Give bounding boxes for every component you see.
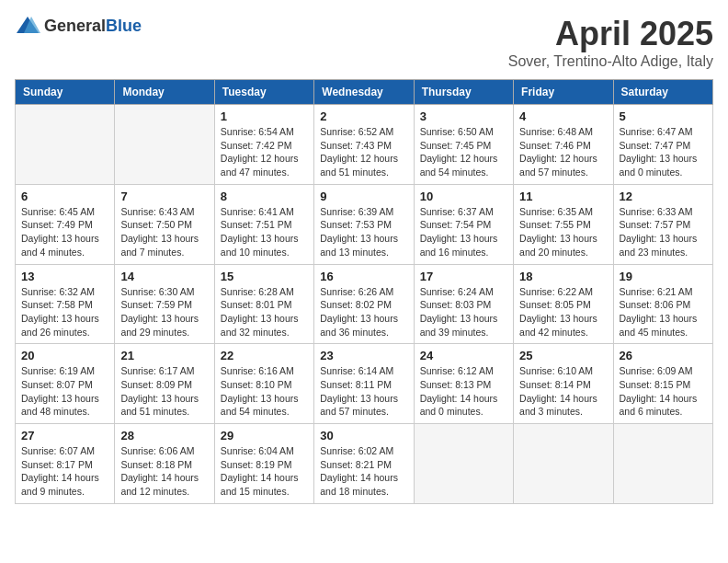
calendar-cell: 18 Sunrise: 6:22 AM Sunset: 8:05 PM Dayl… xyxy=(514,264,613,344)
calendar-cell: 7 Sunrise: 6:43 AM Sunset: 7:50 PM Dayli… xyxy=(115,184,214,264)
day-info: Sunrise: 6:41 AM Sunset: 7:51 PM Dayligh… xyxy=(221,205,308,259)
day-number: 29 xyxy=(221,429,308,442)
calendar-cell: 23 Sunrise: 6:14 AM Sunset: 8:11 PM Dayl… xyxy=(314,344,414,424)
day-info: Sunrise: 6:37 AM Sunset: 7:54 PM Dayligh… xyxy=(420,205,507,259)
week-row-2: 6 Sunrise: 6:45 AM Sunset: 7:49 PM Dayli… xyxy=(16,184,713,264)
calendar-cell: 24 Sunrise: 6:12 AM Sunset: 8:13 PM Dayl… xyxy=(414,344,513,424)
day-info: Sunrise: 6:17 AM Sunset: 8:09 PM Dayligh… xyxy=(120,364,208,419)
weekday-header-monday: Monday xyxy=(115,80,214,105)
day-number: 14 xyxy=(120,270,208,283)
day-number: 25 xyxy=(519,349,607,362)
logo-general: General xyxy=(44,17,106,35)
day-info: Sunrise: 6:39 AM Sunset: 7:53 PM Dayligh… xyxy=(320,205,407,259)
calendar-cell xyxy=(514,424,613,504)
day-info: Sunrise: 6:33 AM Sunset: 7:57 PM Dayligh… xyxy=(620,205,707,259)
logo: GeneralBlue xyxy=(15,15,142,37)
day-info: Sunrise: 6:54 AM Sunset: 7:42 PM Dayligh… xyxy=(221,125,308,179)
day-number: 2 xyxy=(320,109,407,123)
day-info: Sunrise: 6:02 AM Sunset: 8:21 PM Dayligh… xyxy=(320,444,407,499)
day-info: Sunrise: 6:07 AM Sunset: 8:17 PM Dayligh… xyxy=(21,444,108,499)
weekday-header-sunday: Sunday xyxy=(16,80,115,105)
day-info: Sunrise: 6:50 AM Sunset: 7:45 PM Dayligh… xyxy=(420,125,507,179)
calendar-cell: 16 Sunrise: 6:26 AM Sunset: 8:02 PM Dayl… xyxy=(314,264,414,344)
calendar-cell: 2 Sunrise: 6:52 AM Sunset: 7:43 PM Dayli… xyxy=(314,105,414,185)
day-number: 5 xyxy=(620,109,707,123)
calendar-cell: 4 Sunrise: 6:48 AM Sunset: 7:46 PM Dayli… xyxy=(514,105,613,185)
day-number: 7 xyxy=(120,190,208,203)
calendar-cell: 25 Sunrise: 6:10 AM Sunset: 8:14 PM Dayl… xyxy=(514,344,613,424)
calendar-cell: 6 Sunrise: 6:45 AM Sunset: 7:49 PM Dayli… xyxy=(16,184,115,264)
day-info: Sunrise: 6:45 AM Sunset: 7:49 PM Dayligh… xyxy=(21,205,108,259)
day-number: 21 xyxy=(120,349,208,362)
day-info: Sunrise: 6:32 AM Sunset: 7:58 PM Dayligh… xyxy=(21,285,108,339)
day-info: Sunrise: 6:28 AM Sunset: 8:01 PM Dayligh… xyxy=(221,285,308,339)
calendar-cell xyxy=(16,105,115,185)
day-number: 13 xyxy=(21,270,108,283)
weekday-header-friday: Friday xyxy=(514,80,613,105)
calendar-cell: 28 Sunrise: 6:06 AM Sunset: 8:18 PM Dayl… xyxy=(115,424,214,504)
day-number: 30 xyxy=(320,429,407,442)
day-info: Sunrise: 6:06 AM Sunset: 8:18 PM Dayligh… xyxy=(120,444,208,499)
day-info: Sunrise: 6:10 AM Sunset: 8:14 PM Dayligh… xyxy=(519,364,607,419)
calendar-cell: 13 Sunrise: 6:32 AM Sunset: 7:58 PM Dayl… xyxy=(16,264,115,344)
day-info: Sunrise: 6:22 AM Sunset: 8:05 PM Dayligh… xyxy=(519,285,607,339)
calendar-cell xyxy=(613,424,712,504)
day-number: 18 xyxy=(519,270,607,283)
week-row-5: 27 Sunrise: 6:07 AM Sunset: 8:17 PM Dayl… xyxy=(16,424,713,504)
day-info: Sunrise: 6:12 AM Sunset: 8:13 PM Dayligh… xyxy=(420,364,507,419)
logo-icon xyxy=(15,15,40,37)
calendar-cell: 29 Sunrise: 6:04 AM Sunset: 8:19 PM Dayl… xyxy=(214,424,313,504)
day-number: 23 xyxy=(320,349,407,362)
weekday-header-thursday: Thursday xyxy=(414,80,513,105)
calendar-cell: 19 Sunrise: 6:21 AM Sunset: 8:06 PM Dayl… xyxy=(613,264,712,344)
day-info: Sunrise: 6:09 AM Sunset: 8:15 PM Dayligh… xyxy=(620,364,707,419)
day-number: 28 xyxy=(120,429,208,442)
calendar-cell: 21 Sunrise: 6:17 AM Sunset: 8:09 PM Dayl… xyxy=(115,344,214,424)
week-row-1: 1 Sunrise: 6:54 AM Sunset: 7:42 PM Dayli… xyxy=(16,105,713,185)
day-number: 19 xyxy=(620,270,707,283)
day-info: Sunrise: 6:48 AM Sunset: 7:46 PM Dayligh… xyxy=(519,125,607,179)
day-info: Sunrise: 6:21 AM Sunset: 8:06 PM Dayligh… xyxy=(620,285,707,339)
month-title: April 2025 xyxy=(508,15,713,53)
week-row-3: 13 Sunrise: 6:32 AM Sunset: 7:58 PM Dayl… xyxy=(16,264,713,344)
week-row-4: 20 Sunrise: 6:19 AM Sunset: 8:07 PM Dayl… xyxy=(16,344,713,424)
day-number: 1 xyxy=(221,109,308,123)
weekday-header-row: SundayMondayTuesdayWednesdayThursdayFrid… xyxy=(16,80,713,105)
page-header: GeneralBlue April 2025 Sover, Trentino-A… xyxy=(15,15,713,70)
calendar-cell: 10 Sunrise: 6:37 AM Sunset: 7:54 PM Dayl… xyxy=(414,184,513,264)
calendar-cell: 11 Sunrise: 6:35 AM Sunset: 7:55 PM Dayl… xyxy=(514,184,613,264)
weekday-header-saturday: Saturday xyxy=(613,80,712,105)
calendar-cell xyxy=(115,105,214,185)
day-info: Sunrise: 6:35 AM Sunset: 7:55 PM Dayligh… xyxy=(519,205,607,259)
day-info: Sunrise: 6:19 AM Sunset: 8:07 PM Dayligh… xyxy=(21,364,108,419)
day-info: Sunrise: 6:52 AM Sunset: 7:43 PM Dayligh… xyxy=(320,125,407,179)
weekday-header-tuesday: Tuesday xyxy=(214,80,313,105)
day-number: 24 xyxy=(420,349,507,362)
day-info: Sunrise: 6:30 AM Sunset: 7:59 PM Dayligh… xyxy=(120,285,208,339)
day-info: Sunrise: 6:43 AM Sunset: 7:50 PM Dayligh… xyxy=(120,205,208,259)
day-number: 26 xyxy=(620,349,707,362)
calendar-cell: 27 Sunrise: 6:07 AM Sunset: 8:17 PM Dayl… xyxy=(16,424,115,504)
day-number: 15 xyxy=(221,270,308,283)
day-info: Sunrise: 6:26 AM Sunset: 8:02 PM Dayligh… xyxy=(320,285,407,339)
day-number: 17 xyxy=(420,270,507,283)
day-number: 6 xyxy=(21,190,108,203)
location-title: Sover, Trentino-Alto Adige, Italy xyxy=(508,53,713,70)
day-info: Sunrise: 6:04 AM Sunset: 8:19 PM Dayligh… xyxy=(221,444,308,499)
calendar-cell: 15 Sunrise: 6:28 AM Sunset: 8:01 PM Dayl… xyxy=(214,264,313,344)
calendar-cell: 20 Sunrise: 6:19 AM Sunset: 8:07 PM Dayl… xyxy=(16,344,115,424)
day-number: 12 xyxy=(620,190,707,203)
logo-text: GeneralBlue xyxy=(44,17,142,36)
calendar-cell: 30 Sunrise: 6:02 AM Sunset: 8:21 PM Dayl… xyxy=(314,424,414,504)
day-info: Sunrise: 6:47 AM Sunset: 7:47 PM Dayligh… xyxy=(620,125,707,179)
calendar-cell: 26 Sunrise: 6:09 AM Sunset: 8:15 PM Dayl… xyxy=(613,344,712,424)
logo-blue: Blue xyxy=(106,17,142,35)
calendar-cell: 12 Sunrise: 6:33 AM Sunset: 7:57 PM Dayl… xyxy=(613,184,712,264)
calendar-cell: 17 Sunrise: 6:24 AM Sunset: 8:03 PM Dayl… xyxy=(414,264,513,344)
calendar-cell: 3 Sunrise: 6:50 AM Sunset: 7:45 PM Dayli… xyxy=(414,105,513,185)
weekday-header-wednesday: Wednesday xyxy=(314,80,414,105)
title-block: April 2025 Sover, Trentino-Alto Adige, I… xyxy=(508,15,713,70)
day-info: Sunrise: 6:14 AM Sunset: 8:11 PM Dayligh… xyxy=(320,364,407,419)
day-number: 27 xyxy=(21,429,108,442)
day-info: Sunrise: 6:24 AM Sunset: 8:03 PM Dayligh… xyxy=(420,285,507,339)
